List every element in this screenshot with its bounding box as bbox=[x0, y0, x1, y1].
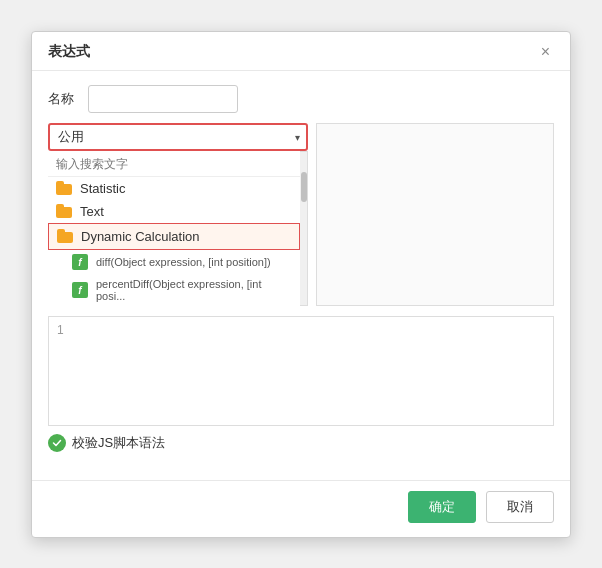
list-item-percentdiff[interactable]: percentDiff(Object expression, [int posi… bbox=[48, 274, 300, 306]
category-dropdown[interactable]: 公用 私有 bbox=[48, 123, 308, 151]
editor-line-number: 1 bbox=[57, 323, 64, 337]
validate-row: 校验JS脚本语法 bbox=[48, 434, 554, 452]
scrollbar-thumb bbox=[301, 172, 307, 202]
list-content: Statistic Text Dynamic Calculation bbox=[48, 151, 300, 306]
editor-content: 1 bbox=[57, 323, 545, 337]
name-label: 名称 bbox=[48, 90, 88, 108]
confirm-button[interactable]: 确定 bbox=[408, 491, 476, 523]
cancel-button[interactable]: 取消 bbox=[486, 491, 554, 523]
list-item-diff[interactable]: diff(Object expression, [int position]) bbox=[48, 250, 300, 274]
list-scrollbar[interactable] bbox=[300, 151, 308, 306]
validate-label: 校验JS脚本语法 bbox=[72, 434, 165, 452]
list-item-text[interactable]: Text bbox=[48, 200, 300, 223]
func-icon-percentdiff bbox=[72, 282, 88, 298]
func-icon-diff bbox=[72, 254, 88, 270]
dialog-title: 表达式 bbox=[48, 43, 90, 61]
name-row: 名称 bbox=[48, 85, 554, 113]
left-panel: 公用 私有 ▾ bbox=[48, 123, 308, 306]
folder-icon-statistic bbox=[56, 181, 74, 195]
list-item-label-diff: diff(Object expression, [int position]) bbox=[96, 256, 271, 268]
name-input[interactable] bbox=[88, 85, 238, 113]
folder-icon-dynamic-calculation bbox=[57, 229, 75, 243]
dropdown-wrapper: 公用 私有 ▾ bbox=[48, 123, 308, 151]
folder-icon-text bbox=[56, 204, 74, 218]
list-item-statistic[interactable]: Statistic bbox=[48, 177, 300, 200]
list-body: Statistic Text Dynamic Calculation bbox=[48, 151, 308, 306]
list-item-label-statistic: Statistic bbox=[80, 181, 126, 196]
dialog-header: 表达式 × bbox=[32, 32, 570, 71]
expression-dialog: 表达式 × 名称 公用 私有 ▾ bbox=[31, 31, 571, 538]
list-item-dynamic-calculation[interactable]: Dynamic Calculation bbox=[48, 223, 300, 250]
search-input[interactable] bbox=[56, 157, 292, 171]
validate-success-icon bbox=[48, 434, 66, 452]
list-item-label-dynamic-calculation: Dynamic Calculation bbox=[81, 229, 200, 244]
right-panel bbox=[316, 123, 554, 306]
dialog-body: 名称 公用 私有 ▾ bbox=[32, 71, 570, 480]
list-item-label-percentdiff: percentDiff(Object expression, [int posi… bbox=[96, 278, 292, 302]
dialog-footer: 确定 取消 bbox=[32, 480, 570, 537]
list-item-label-text: Text bbox=[80, 204, 104, 219]
list-items: Statistic Text Dynamic Calculation bbox=[48, 177, 300, 306]
editor-area[interactable]: 1 bbox=[48, 316, 554, 426]
close-button[interactable]: × bbox=[537, 42, 554, 62]
search-box bbox=[48, 151, 300, 177]
main-area: 公用 私有 ▾ bbox=[48, 123, 554, 306]
